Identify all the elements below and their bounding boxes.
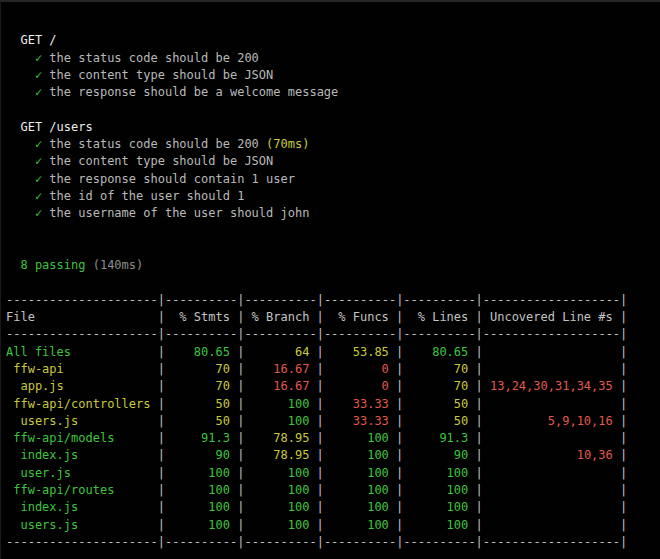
pipe-separator: |: [158, 447, 165, 464]
funcs-cell: 53.85: [324, 344, 396, 361]
pipe-separator: |: [620, 396, 627, 413]
pipe-separator: |: [476, 378, 483, 395]
stmts-cell: 50: [165, 413, 237, 430]
stmts-cell: 50: [165, 396, 237, 413]
uncovered-cell: [483, 482, 620, 499]
coverage-row: ffw-api/routes|100|100|100|100||: [6, 482, 660, 499]
file-cell: users.js: [6, 413, 158, 430]
coverage-row: users.js|50|100|33.33|50|5,9,10,16|: [6, 413, 660, 430]
pipe-separator: |: [476, 396, 483, 413]
uncovered-cell: [483, 396, 620, 413]
pipe-separator: |: [396, 309, 403, 326]
total-duration: (140ms): [85, 258, 143, 272]
test-text: the response should be a welcome message: [49, 85, 338, 99]
test-text: the status code should be 200: [49, 137, 259, 151]
coverage-row: users.js|100|100|100|100||: [6, 517, 660, 534]
pipe-separator: |: [158, 361, 165, 378]
test-result-line: ✓the content type should be JSON: [6, 67, 660, 84]
pipe-separator: |: [237, 309, 244, 326]
pipe-separator: |: [476, 309, 483, 326]
uncovered-cell: [483, 499, 620, 516]
header-funcs: % Funcs: [324, 309, 396, 326]
terminal-output: GET / ✓the status code should be 200 ✓th…: [0, 0, 660, 559]
lines-cell: 50: [403, 413, 475, 430]
pipe-separator: |: [158, 517, 165, 534]
stmts-cell: 91.3: [165, 430, 237, 447]
pipe-separator: |: [396, 430, 403, 447]
pipe-separator: |: [396, 482, 403, 499]
check-icon: ✓: [35, 84, 49, 101]
pipe-separator: |: [237, 344, 244, 361]
pipe-separator: |: [317, 499, 324, 516]
file-cell: users.js: [6, 517, 158, 534]
uncovered-cell: 10,36: [483, 447, 620, 464]
lines-cell: 100: [403, 465, 475, 482]
pipe-separator: |: [158, 465, 165, 482]
check-icon: ✓: [35, 171, 49, 188]
pipe-separator: |: [620, 465, 627, 482]
pipe-separator: |: [237, 361, 244, 378]
pipe-separator: |: [476, 517, 483, 534]
test-result-line: ✓the status code should be 200 (70ms): [6, 136, 660, 153]
pipe-separator: |: [237, 430, 244, 447]
pipe-separator: |: [476, 465, 483, 482]
pipe-separator: |: [237, 378, 244, 395]
blank-line: [6, 223, 660, 240]
test-result-line: ✓the response should be a welcome messag…: [6, 84, 660, 101]
check-icon: ✓: [35, 50, 49, 67]
pipe-separator: |: [317, 517, 324, 534]
pipe-separator: |: [237, 396, 244, 413]
lines-cell: 80.65: [403, 344, 475, 361]
pipe-separator: |: [620, 361, 627, 378]
file-cell: user.js: [6, 465, 158, 482]
pipe-separator: |: [620, 430, 627, 447]
coverage-row: user.js|100|100|100|100||: [6, 465, 660, 482]
pipe-separator: |: [620, 378, 627, 395]
uncovered-cell: [483, 344, 620, 361]
pipe-separator: |: [158, 430, 165, 447]
header-branch: % Branch: [244, 309, 316, 326]
branch-cell: 100: [244, 499, 316, 516]
funcs-cell: 33.33: [324, 396, 396, 413]
pipe-separator: |: [237, 447, 244, 464]
branch-cell: 100: [244, 413, 316, 430]
table-separator: ---------------------|----------|-------…: [6, 326, 660, 343]
pipe-separator: |: [396, 344, 403, 361]
pipe-separator: |: [620, 517, 627, 534]
header-stmts: % Stmts: [165, 309, 237, 326]
lines-cell: 70: [403, 378, 475, 395]
pipe-separator: |: [396, 517, 403, 534]
file-cell: app.js: [6, 378, 158, 395]
coverage-table: ---------------------|----------|-------…: [6, 292, 660, 551]
pipe-separator: |: [158, 413, 165, 430]
header-lines: % Lines: [403, 309, 475, 326]
stmts-cell: 70: [165, 361, 237, 378]
test-text: the content type should be JSON: [49, 154, 273, 168]
pipe-separator: |: [317, 447, 324, 464]
funcs-cell: 0: [324, 361, 396, 378]
coverage-row: index.js|90|78.95|100|90|10,36|: [6, 447, 660, 464]
coverage-row: ffw-api/controllers|50|100|33.33|50||: [6, 396, 660, 413]
pipe-separator: |: [237, 517, 244, 534]
stmts-cell: 80.65: [165, 344, 237, 361]
passing-count: 8 passing: [20, 258, 85, 272]
pipe-separator: |: [317, 396, 324, 413]
stmts-cell: 100: [165, 482, 237, 499]
pipe-separator: |: [476, 361, 483, 378]
table-separator: ---------------------|----------|-------…: [6, 292, 660, 309]
test-text: the username of the user should john: [49, 206, 309, 220]
test-text: the id of the user should 1: [49, 189, 244, 203]
branch-cell: 100: [244, 396, 316, 413]
pipe-separator: |: [476, 430, 483, 447]
pipe-separator: |: [237, 413, 244, 430]
blank-line: [6, 240, 660, 257]
coverage-row: ffw-api/models|91.3|78.95|100|91.3||: [6, 430, 660, 447]
pipe-separator: |: [476, 447, 483, 464]
pipe-separator: |: [158, 396, 165, 413]
pipe-separator: |: [158, 378, 165, 395]
pipe-separator: |: [317, 465, 324, 482]
test-text: the content type should be JSON: [49, 68, 273, 82]
check-icon: ✓: [35, 136, 49, 153]
pipe-separator: |: [620, 447, 627, 464]
test-duration: (70ms): [259, 137, 310, 151]
